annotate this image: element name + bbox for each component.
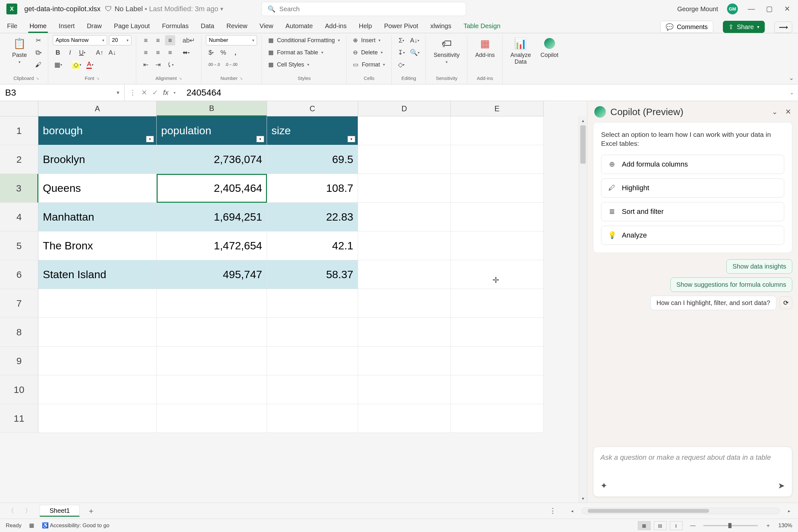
clear-button[interactable]: ◇▾ <box>396 59 406 70</box>
addins-button[interactable]: ▦Add-ins <box>472 35 498 60</box>
cell[interactable]: 69.5 <box>267 145 358 174</box>
filter-dropdown-icon[interactable]: ▾ <box>146 136 154 142</box>
decrease-font-button[interactable]: A↓ <box>107 47 117 58</box>
hscroll-left-icon[interactable]: ◂ <box>568 508 576 513</box>
collapse-ribbon-button[interactable]: ⌄ <box>789 74 794 81</box>
cell[interactable] <box>358 174 451 203</box>
refresh-button[interactable]: ⟳ <box>779 297 792 309</box>
cell[interactable]: The Bronx <box>38 231 157 260</box>
scroll-up-icon[interactable]: ▴ <box>579 116 587 125</box>
row-header-2[interactable]: 2 <box>0 145 38 174</box>
cell[interactable]: 495,747 <box>157 260 267 289</box>
cell[interactable] <box>358 318 451 346</box>
cell[interactable] <box>38 289 157 318</box>
cell[interactable] <box>451 174 544 203</box>
cell[interactable] <box>358 404 451 433</box>
autosum-button[interactable]: Σ▾ <box>396 35 406 45</box>
copilot-ask-box[interactable]: Ask a question or make a request about d… <box>593 446 792 497</box>
row-header-3[interactable]: 3 <box>0 174 38 203</box>
sheet-nav-prev-icon[interactable]: 〈 <box>5 507 17 515</box>
zoom-slider[interactable] <box>703 525 758 526</box>
format-as-table-button[interactable]: ▦ Format as Table▾ <box>266 47 342 58</box>
accessibility-status[interactable]: ♿ Accessibility: Good to go <box>42 522 109 529</box>
cell[interactable]: Queens <box>38 174 157 203</box>
tab-addins[interactable]: Add-ins <box>324 20 348 33</box>
cell[interactable]: 2,736,074 <box>157 145 267 174</box>
cell[interactable] <box>451 231 544 260</box>
name-box[interactable]: B3 ▾ <box>0 84 125 101</box>
copilot-option-sort-filter[interactable]: ≣Sort and filter <box>601 202 784 221</box>
cell[interactable] <box>38 404 157 433</box>
col-header-D[interactable]: D <box>358 101 451 116</box>
tab-home[interactable]: Home <box>28 20 48 33</box>
borders-button[interactable]: ▦▾ <box>53 59 64 70</box>
zoom-level[interactable]: 130% <box>779 522 792 529</box>
filter-dropdown-icon[interactable]: ▾ <box>256 136 264 142</box>
zoom-in-button[interactable]: ＋ <box>765 522 771 529</box>
row-header-1[interactable]: 1 <box>0 116 38 145</box>
bold-button[interactable]: B <box>53 47 63 58</box>
cell[interactable]: 108.7 <box>267 174 358 203</box>
number-format-dropdown[interactable]: Number▾ <box>206 35 257 45</box>
send-icon[interactable]: ➤ <box>778 481 785 491</box>
cell[interactable]: Staten Island <box>38 260 157 289</box>
cell[interactable] <box>267 404 358 433</box>
delete-cells-button[interactable]: ⊖ Delete ▾ <box>351 47 387 58</box>
fx-icon[interactable]: fx <box>163 89 169 97</box>
cell[interactable] <box>358 145 451 174</box>
align-right-button[interactable]: ≡ <box>165 47 175 58</box>
workbook-stats-icon[interactable]: ▦ <box>29 522 34 529</box>
dialog-launcher-icon[interactable]: ↘ <box>179 76 182 80</box>
comments-button[interactable]: 💬 Comments <box>660 21 713 33</box>
decrease-decimal-button[interactable]: .0→.00 <box>224 59 239 70</box>
merge-center-button[interactable]: ⬌▾ <box>181 47 191 58</box>
cell[interactable] <box>358 260 451 289</box>
maximize-icon[interactable]: ▢ <box>765 5 774 13</box>
col-header-B[interactable]: B <box>157 101 267 116</box>
chip-how-to-highlight[interactable]: How can I highlight, filter, and sort da… <box>650 296 776 310</box>
format-cells-button[interactable]: ▭ Format ▾ <box>351 59 387 70</box>
chip-show-insights[interactable]: Show data insights <box>726 259 792 274</box>
copilot-option-highlight[interactable]: 🖊Highlight <box>601 178 784 197</box>
add-sheet-button[interactable]: ＋ <box>86 506 97 516</box>
cell[interactable] <box>451 318 544 346</box>
chevron-down-icon[interactable]: ▾ <box>220 5 223 13</box>
cell[interactable]: Manhattan <box>38 203 157 231</box>
cell[interactable] <box>451 404 544 433</box>
orientation-button[interactable]: ⤹▾ <box>165 59 175 70</box>
cell[interactable] <box>157 318 267 346</box>
sparkle-icon[interactable]: ✦ <box>601 481 607 491</box>
tab-xlwings[interactable]: xlwings <box>429 20 453 33</box>
search-box[interactable]: 🔍 <box>262 2 466 16</box>
insert-cells-button[interactable]: ⊕ Insert ▾ <box>351 35 387 45</box>
view-page-layout-button[interactable]: ▤ <box>654 521 667 530</box>
cell[interactable]: 58.37 <box>267 260 358 289</box>
cell[interactable] <box>358 116 451 145</box>
italic-button[interactable]: I <box>65 47 75 58</box>
decrease-indent-button[interactable]: ⇤ <box>141 59 151 70</box>
cell[interactable] <box>267 375 358 404</box>
row-header-6[interactable]: 6 <box>0 260 38 289</box>
cell[interactable] <box>157 289 267 318</box>
cancel-formula-icon[interactable]: ✕ <box>141 89 147 97</box>
comma-format-button[interactable]: , <box>230 47 241 58</box>
vertical-scrollbar[interactable]: ▴ ▾ <box>579 116 587 502</box>
conditional-formatting-button[interactable]: ▦ Conditional Formatting▾ <box>266 35 342 45</box>
copilot-option-analyze[interactable]: 💡Analyze <box>601 226 784 245</box>
table-header-population[interactable]: population▾ <box>157 116 267 145</box>
chevron-down-icon[interactable]: ▾ <box>117 90 119 96</box>
row-header-10[interactable]: 10 <box>0 375 38 404</box>
sensitivity-button[interactable]: 🏷Sensitivity▾ <box>430 35 463 65</box>
increase-indent-button[interactable]: ⇥ <box>153 59 163 70</box>
font-color-button[interactable]: A▾ <box>85 59 95 70</box>
analyze-data-button[interactable]: 📊Analyze Data <box>507 35 534 66</box>
cell[interactable]: 1,694,251 <box>157 203 267 231</box>
minimize-icon[interactable]: — <box>747 5 756 13</box>
underline-button[interactable]: U▾ <box>77 47 87 58</box>
find-select-button[interactable]: 🔍▾ <box>408 47 421 58</box>
cell[interactable] <box>38 375 157 404</box>
scroll-down-icon[interactable]: ▾ <box>579 494 587 502</box>
cell[interactable]: 22.83 <box>267 203 358 231</box>
expand-formula-bar-icon[interactable]: ⌄ <box>785 90 798 96</box>
row-header-8[interactable]: 8 <box>0 318 38 346</box>
